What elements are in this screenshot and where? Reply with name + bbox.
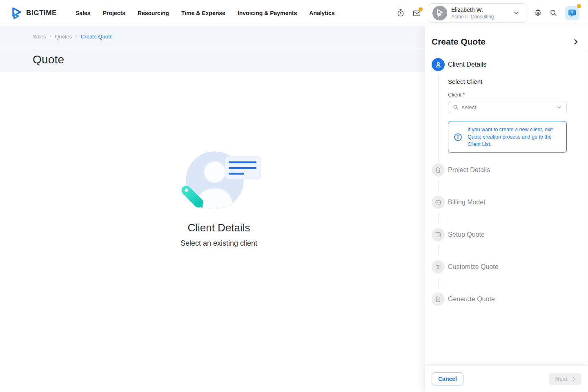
customize-quote-step-circle (432, 260, 445, 273)
breadcrumb-sales[interactable]: Sales (33, 34, 46, 40)
step-billing-model: Billing Model (432, 196, 588, 209)
page-title: Quote (33, 53, 64, 66)
cancel-button[interactable]: Cancel (432, 372, 463, 385)
file-check-icon (435, 296, 441, 302)
step-project-details: Project Details (432, 164, 588, 177)
avatar (432, 6, 447, 20)
empty-state: Client Details Select an existing client (174, 150, 264, 392)
step-label: Project Details (448, 166, 490, 174)
help-glyph: ? (571, 10, 574, 15)
nav-item-analytics[interactable]: Analytics (309, 10, 334, 16)
help-notification-dot (577, 4, 581, 8)
user-organization: Acme IT Consulting (451, 14, 503, 20)
user-texts: Elizabeth W. Acme IT Consulting (451, 7, 503, 20)
collapse-panel-button[interactable] (572, 38, 579, 45)
next-button-label: Next (555, 376, 568, 382)
topnav-right: Elizabeth W. Acme IT Consulting (396, 3, 579, 23)
new-client-info-box: If you want to create a new client, exit… (448, 121, 567, 153)
step-setup-quote: Setup Quote (432, 228, 588, 241)
step-customize-quote: Customize Quote (432, 260, 588, 273)
empty-state-heading: Client Details (187, 222, 250, 234)
client-label-text: Client (448, 92, 461, 98)
generate-quote-step-circle (432, 293, 445, 306)
breadcrumb-quotes[interactable]: Quotes (55, 34, 72, 40)
step-connector (438, 213, 439, 224)
new-client-info-text: If you want to create a new client, exit… (468, 126, 561, 148)
file-edit-icon (435, 167, 441, 173)
panel-footer: Cancel Next (425, 366, 588, 392)
timer-button[interactable] (396, 9, 405, 17)
bigtime-logo-icon (11, 7, 22, 19)
step-label: Generate Quote (448, 296, 495, 303)
setup-quote-step-circle (432, 228, 445, 241)
panel-title: Create Quote (432, 37, 486, 47)
breadcrumb-create-quote: Create Quote (81, 34, 113, 40)
panel-scrollbar[interactable] (587, 51, 588, 362)
panel-steps: Client Details Select Client Client* sel… (425, 47, 588, 366)
inbox-button[interactable] (412, 9, 421, 17)
breadcrumb-separator: / (76, 34, 77, 40)
main-content: Client Details Select an existing client (0, 72, 425, 392)
next-button[interactable]: Next (549, 373, 581, 385)
nav-item-resourcing[interactable]: Resourcing (138, 10, 169, 16)
billing-card-icon (435, 199, 441, 206)
client-details-form: Select Client Client* select (448, 78, 567, 164)
breadcrumb-separator: / (50, 34, 51, 40)
chevron-right-icon (572, 38, 579, 45)
inbox-notification-dot (419, 7, 423, 11)
step-label: Customize Quote (448, 263, 499, 271)
user-name: Elizabeth W. (451, 7, 503, 13)
client-select-placeholder: select (462, 104, 476, 110)
select-chevron-down-icon (557, 105, 562, 110)
client-details-illustration (174, 150, 264, 211)
select-search-icon (453, 104, 459, 110)
step-label: Setup Quote (448, 231, 485, 238)
chevron-down-icon (513, 10, 519, 16)
user-icon (435, 61, 442, 68)
step-connector (438, 246, 439, 256)
client-details-step-circle (432, 58, 445, 71)
billing-model-step-circle (432, 196, 445, 209)
help-button[interactable]: ? (565, 6, 579, 20)
step-connector (438, 181, 439, 191)
step-client-details[interactable]: Client Details (432, 58, 588, 71)
client-field-label: Client* (448, 92, 567, 98)
settings-button[interactable] (534, 9, 542, 17)
user-menu[interactable]: Elizabeth W. Acme IT Consulting (429, 3, 526, 23)
help-chat-bubble-icon: ? (568, 9, 577, 18)
gear-icon (534, 9, 542, 17)
create-quote-panel: Create Quote Client Details (425, 26, 588, 392)
nav-item-projects[interactable]: Projects (103, 10, 125, 16)
info-icon (454, 133, 462, 141)
grid-icon (435, 231, 441, 238)
search-button[interactable] (550, 9, 557, 17)
search-icon (550, 9, 557, 17)
step-label: Client Details (448, 61, 486, 68)
nav-item-sales[interactable]: Sales (76, 10, 91, 16)
panel-header: Create Quote (425, 26, 588, 47)
nav-item-time-expense[interactable]: Time & Expense (181, 10, 225, 16)
step-connector (438, 278, 439, 288)
next-chevron-right-icon (571, 376, 577, 382)
main-nav: Sales Projects Resourcing Time & Expense… (76, 10, 335, 16)
sliders-icon (435, 264, 441, 270)
empty-state-subheading: Select an existing client (180, 239, 257, 248)
step-label: Billing Model (448, 199, 485, 206)
project-details-step-circle (432, 164, 445, 177)
bigtime-logo[interactable]: BIGTIME (11, 7, 57, 19)
required-asterisk: * (463, 92, 465, 98)
brand-name: BIGTIME (26, 9, 57, 17)
top-nav: BIGTIME Sales Projects Resourcing Time &… (0, 0, 588, 26)
step-generate-quote: Generate Quote (432, 293, 588, 306)
stopwatch-icon (396, 9, 405, 17)
client-select[interactable]: select (448, 101, 567, 113)
select-client-title: Select Client (448, 78, 567, 85)
nav-item-invoicing-payments[interactable]: Invoicing & Payments (238, 10, 297, 16)
